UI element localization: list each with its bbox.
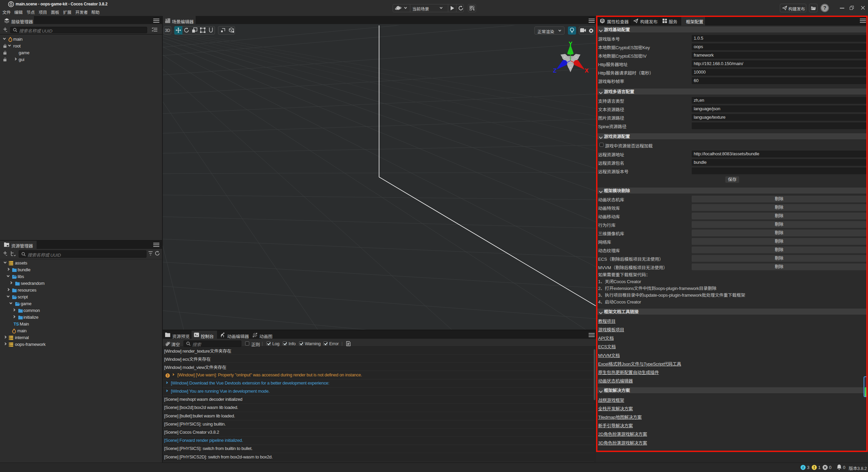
svg-text:Y: Y bbox=[569, 41, 573, 47]
svg-text:Z: Z bbox=[553, 67, 556, 74]
svg-text:X: X bbox=[585, 67, 589, 74]
